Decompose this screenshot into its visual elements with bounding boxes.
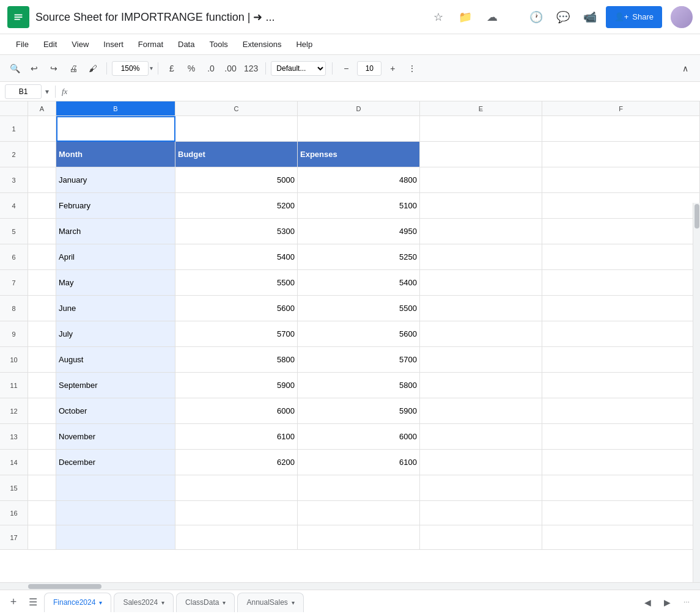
cell-A15[interactable]	[28, 475, 56, 501]
cell-A3[interactable]	[28, 167, 56, 193]
cell-E5[interactable]	[420, 219, 542, 244]
cell-D14[interactable]: 6100	[298, 450, 420, 475]
row-num-15[interactable]: 15	[0, 475, 28, 501]
row-num-17[interactable]: 17	[0, 525, 28, 550]
print-button[interactable]: 🖨	[65, 60, 82, 77]
font-size-input[interactable]	[357, 61, 381, 76]
cell-E1[interactable]	[420, 116, 542, 142]
cell-B3[interactable]: January	[56, 167, 175, 193]
menu-item-file[interactable]: File	[10, 37, 35, 51]
cell-D8[interactable]: 5500	[298, 296, 420, 321]
cell-F12[interactable]	[542, 398, 700, 424]
cell-A10[interactable]	[28, 347, 56, 373]
star-button[interactable]: ☆	[427, 6, 449, 28]
cell-E16[interactable]	[420, 501, 542, 525]
menu-item-data[interactable]: Data	[172, 37, 201, 51]
cell-B1[interactable]	[56, 116, 175, 142]
cell-D13[interactable]: 6000	[298, 424, 420, 450]
cell-E7[interactable]	[420, 270, 542, 296]
cell-A11[interactable]	[28, 373, 56, 398]
sheet-prev-button[interactable]: ◀	[639, 594, 656, 611]
cell-E15[interactable]	[420, 475, 542, 501]
row-num-5[interactable]: 5	[0, 219, 28, 244]
paint-format-button[interactable]: 🖌	[84, 60, 101, 77]
cell-D5[interactable]: 4950	[298, 219, 420, 244]
cell-C4[interactable]: 5200	[175, 193, 298, 219]
cell-C6[interactable]: 5400	[175, 244, 298, 270]
cell-A12[interactable]	[28, 398, 56, 424]
sheet-tab-classdata[interactable]: ClassData▾	[176, 593, 235, 612]
cell-B2[interactable]: Month	[56, 142, 175, 167]
cell-A4[interactable]	[28, 193, 56, 219]
cell-C2[interactable]: Budget	[175, 142, 298, 167]
folder-button[interactable]: 📁	[454, 6, 476, 28]
cell-C3[interactable]: 5000	[175, 167, 298, 193]
cell-D2[interactable]: Expenses	[298, 142, 420, 167]
cell-A6[interactable]	[28, 244, 56, 270]
cell-D3[interactable]: 4800	[298, 167, 420, 193]
cell-F7[interactable]	[542, 270, 700, 296]
undo-button[interactable]: ↩	[26, 60, 43, 77]
cell-B16[interactable]	[56, 501, 175, 525]
cell-A14[interactable]	[28, 450, 56, 475]
row-num-14[interactable]: 14	[0, 450, 28, 475]
cell-B5[interactable]: March	[56, 219, 175, 244]
sheets-list-button[interactable]: ☰	[24, 594, 42, 611]
cell-D10[interactable]: 5700	[298, 347, 420, 373]
cell-C10[interactable]: 5800	[175, 347, 298, 373]
cell-C1[interactable]	[175, 116, 298, 142]
cell-F2[interactable]	[542, 142, 700, 167]
col-header-f[interactable]: F	[542, 101, 700, 115]
cell-B8[interactable]: June	[56, 296, 175, 321]
cell-B17[interactable]	[56, 525, 175, 550]
cell-C17[interactable]	[175, 525, 298, 550]
row-num-13[interactable]: 13	[0, 424, 28, 450]
cell-E14[interactable]	[420, 450, 542, 475]
row-num-16[interactable]: 16	[0, 501, 28, 525]
cell-A7[interactable]	[28, 270, 56, 296]
sheet-tab-sales2024[interactable]: Sales2024▾	[114, 593, 174, 612]
sheet-tab-finance2024[interactable]: Finance2024▾	[44, 593, 111, 612]
cell-B4[interactable]: February	[56, 193, 175, 219]
menu-item-insert[interactable]: Insert	[97, 37, 130, 51]
cell-F8[interactable]	[542, 296, 700, 321]
col-header-d[interactable]: D	[298, 101, 420, 115]
add-sheet-button[interactable]: +	[5, 594, 22, 611]
sheet-more-button[interactable]: ⋯	[678, 594, 695, 611]
sheet-tab-annualsales[interactable]: AnnualSales▾	[237, 593, 303, 612]
cell-F15[interactable]	[542, 475, 700, 501]
cell-B7[interactable]: May	[56, 270, 175, 296]
cell-C7[interactable]: 5500	[175, 270, 298, 296]
cell-F11[interactable]	[542, 373, 700, 398]
cell-C16[interactable]	[175, 501, 298, 525]
cell-C5[interactable]: 5300	[175, 219, 298, 244]
cell-A8[interactable]	[28, 296, 56, 321]
row-num-11[interactable]: 11	[0, 373, 28, 398]
cell-C12[interactable]: 6000	[175, 398, 298, 424]
redo-button[interactable]: ↪	[45, 60, 62, 77]
col-header-c[interactable]: C	[175, 101, 298, 115]
cell-A1[interactable]	[28, 116, 56, 142]
cell-A9[interactable]	[28, 321, 56, 347]
font-size-decrease-button[interactable]: −	[337, 60, 355, 77]
cell-E17[interactable]	[420, 525, 542, 550]
zoom-input[interactable]	[112, 61, 149, 76]
cell-E8[interactable]	[420, 296, 542, 321]
formula-input[interactable]	[71, 84, 695, 99]
cell-C11[interactable]: 5900	[175, 373, 298, 398]
col-header-a[interactable]: A	[28, 101, 56, 115]
cell-F10[interactable]	[542, 347, 700, 373]
more-options-button[interactable]: ⋮	[403, 60, 421, 77]
share-button[interactable]: 👤+ Share	[606, 6, 662, 28]
collapse-button[interactable]: ∧	[677, 60, 694, 77]
cell-F6[interactable]	[542, 244, 700, 270]
cell-reference[interactable]	[5, 84, 42, 99]
cell-D4[interactable]: 5100	[298, 193, 420, 219]
row-num-3[interactable]: 3	[0, 167, 28, 193]
cell-B12[interactable]: October	[56, 398, 175, 424]
font-size-increase-button[interactable]: +	[384, 60, 401, 77]
cell-D9[interactable]: 5600	[298, 321, 420, 347]
cell-F17[interactable]	[542, 525, 700, 550]
cell-C9[interactable]: 5700	[175, 321, 298, 347]
cell-B14[interactable]: December	[56, 450, 175, 475]
